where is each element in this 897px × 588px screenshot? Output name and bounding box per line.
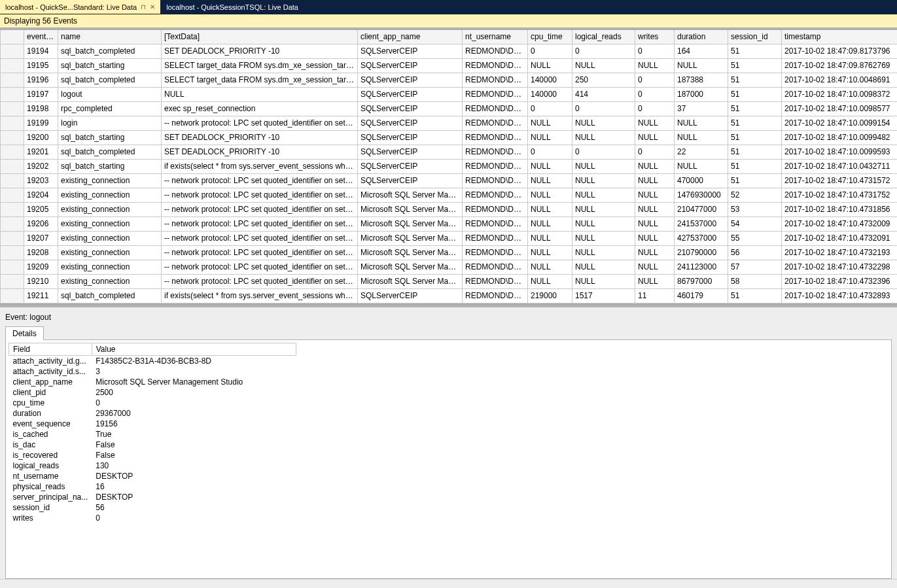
cell-sess[interactable]: 53: [728, 202, 782, 216]
cell-app[interactable]: Microsoft SQL Server Manage...: [358, 188, 463, 202]
cell-app[interactable]: Microsoft SQL Server Manage...: [358, 260, 463, 274]
detail-row[interactable]: logical_reads130: [9, 460, 296, 471]
table-row[interactable]: 19201sql_batch_completedSET DEADLOCK_PRI…: [1, 145, 898, 159]
cell-nt[interactable]: REDMOND\DES...: [463, 274, 528, 288]
cell-lread[interactable]: 0: [572, 145, 635, 159]
cell-event[interactable]: 19210: [24, 274, 58, 288]
cell-lread[interactable]: 0: [572, 44, 635, 58]
cell-text[interactable]: SET DEADLOCK_PRIORITY -10: [162, 44, 358, 58]
cell-sess[interactable]: 51: [728, 116, 782, 130]
cell-lread[interactable]: NULL: [572, 159, 635, 173]
cell-name[interactable]: sql_batch_starting: [58, 58, 162, 73]
cell-app[interactable]: SQLServerCEIP: [358, 116, 463, 130]
cell-sess[interactable]: 52: [728, 188, 782, 202]
row-header[interactable]: [1, 260, 24, 274]
cell-event[interactable]: 19201: [24, 145, 58, 159]
cell-nt[interactable]: REDMOND\DES...: [463, 231, 528, 245]
cell-writes[interactable]: NULL: [635, 188, 675, 202]
cell-text[interactable]: SELECT target_data FROM sys.dm_xe_sessio…: [162, 73, 358, 87]
detail-row[interactable]: client_app_nameMicrosoft SQL Server Mana…: [9, 377, 296, 387]
cell-event[interactable]: 19208: [24, 245, 58, 260]
cell-nt[interactable]: REDMOND\DES...: [463, 260, 528, 274]
table-row[interactable]: 19203existing_connection-- network proto…: [1, 173, 898, 188]
cell-app[interactable]: Microsoft SQL Server Manage...: [358, 202, 463, 216]
detail-row[interactable]: physical_reads16: [9, 481, 296, 492]
events-grid-container[interactable]: event_... name [TextData] client_app_nam…: [0, 29, 897, 305]
detail-row[interactable]: writes0: [9, 513, 296, 523]
cell-ts[interactable]: 2017-10-02 18:47:10.4732298: [782, 260, 898, 274]
cell-text[interactable]: -- network protocol: LPC set quoted_iden…: [162, 216, 358, 231]
cell-cpu[interactable]: NULL: [528, 188, 572, 202]
table-row[interactable]: 19208existing_connection-- network proto…: [1, 245, 898, 260]
cell-event[interactable]: 19195: [24, 58, 58, 73]
cell-text[interactable]: if exists(select * from sys.server_event…: [162, 159, 358, 173]
cell-name[interactable]: rpc_completed: [58, 101, 162, 116]
table-row[interactable]: 19205existing_connection-- network proto…: [1, 202, 898, 216]
table-row[interactable]: 19198rpc_completedexec sp_reset_connecti…: [1, 101, 898, 116]
cell-cpu[interactable]: NULL: [528, 202, 572, 216]
cell-text[interactable]: -- network protocol: LPC set quoted_iden…: [162, 202, 358, 216]
cell-event[interactable]: 19203: [24, 173, 58, 188]
cell-dur[interactable]: 427537000: [675, 231, 728, 245]
detail-row[interactable]: cpu_time0: [9, 398, 296, 408]
row-header[interactable]: [1, 216, 24, 231]
cell-writes[interactable]: NULL: [635, 216, 675, 231]
cell-ts[interactable]: 2017-10-02 18:47:10.4731572: [782, 173, 898, 188]
cell-nt[interactable]: REDMOND\DES...: [463, 288, 528, 303]
cell-app[interactable]: SQLServerCEIP: [358, 101, 463, 116]
cell-sess[interactable]: 56: [728, 245, 782, 260]
cell-nt[interactable]: REDMOND\DES...: [463, 101, 528, 116]
cell-ts[interactable]: 2017-10-02 18:47:10.0099154: [782, 116, 898, 130]
pin-icon[interactable]: ⊓: [141, 3, 146, 10]
cell-event[interactable]: 19206: [24, 216, 58, 231]
cell-dur[interactable]: 241537000: [675, 216, 728, 231]
cell-ts[interactable]: 2017-10-02 18:47:10.4731856: [782, 202, 898, 216]
detail-row[interactable]: session_id56: [9, 502, 296, 513]
cell-ts[interactable]: 2017-10-02 18:47:10.0099482: [782, 130, 898, 145]
cell-nt[interactable]: REDMOND\DES...: [463, 202, 528, 216]
cell-lread[interactable]: NULL: [572, 130, 635, 145]
cell-cpu[interactable]: NULL: [528, 260, 572, 274]
row-header[interactable]: [1, 73, 24, 87]
table-row[interactable]: 19211sql_batch_completedif exists(select…: [1, 288, 898, 303]
table-row[interactable]: 19210existing_connection-- network proto…: [1, 274, 898, 288]
table-row[interactable]: 19196sql_batch_completedSELECT target_da…: [1, 73, 898, 87]
detail-row[interactable]: is_recoveredFalse: [9, 450, 296, 460]
tab-quicksession-standard[interactable]: localhost - QuickSe...Standard: Live Dat…: [0, 0, 161, 14]
cell-text[interactable]: -- network protocol: LPC set quoted_iden…: [162, 116, 358, 130]
cell-writes[interactable]: 0: [635, 73, 675, 87]
cell-name[interactable]: existing_connection: [58, 202, 162, 216]
cell-sess[interactable]: 54: [728, 216, 782, 231]
cell-nt[interactable]: REDMOND\DES...: [463, 188, 528, 202]
cell-name[interactable]: existing_connection: [58, 216, 162, 231]
close-icon[interactable]: ✕: [150, 3, 155, 10]
col-logical-reads[interactable]: logical_reads: [572, 29, 635, 44]
row-header[interactable]: [1, 274, 24, 288]
details-col-field[interactable]: Field: [9, 343, 92, 355]
cell-writes[interactable]: NULL: [635, 116, 675, 130]
cell-writes[interactable]: 0: [635, 44, 675, 58]
cell-writes[interactable]: NULL: [635, 260, 675, 274]
cell-writes[interactable]: 0: [635, 101, 675, 116]
cell-sess[interactable]: 51: [728, 73, 782, 87]
cell-ts[interactable]: 2017-10-02 18:47:10.0098372: [782, 87, 898, 101]
row-header[interactable]: [1, 87, 24, 101]
cell-nt[interactable]: REDMOND\DES...: [463, 173, 528, 188]
cell-ts[interactable]: 2017-10-02 18:47:10.4732009: [782, 216, 898, 231]
cell-event[interactable]: 19197: [24, 87, 58, 101]
cell-event[interactable]: 19194: [24, 44, 58, 58]
cell-text[interactable]: exec sp_reset_connection: [162, 101, 358, 116]
cell-sess[interactable]: 51: [728, 44, 782, 58]
cell-text[interactable]: -- network protocol: LPC set quoted_iden…: [162, 231, 358, 245]
cell-writes[interactable]: 11: [635, 288, 675, 303]
grid-header-row[interactable]: event_... name [TextData] client_app_nam…: [1, 29, 898, 44]
cell-app[interactable]: SQLServerCEIP: [358, 58, 463, 73]
cell-app[interactable]: Microsoft SQL Server Manage...: [358, 274, 463, 288]
cell-text[interactable]: -- network protocol: LPC set quoted_iden…: [162, 260, 358, 274]
cell-nt[interactable]: REDMOND\DES...: [463, 58, 528, 73]
cell-cpu[interactable]: NULL: [528, 216, 572, 231]
cell-writes[interactable]: 0: [635, 87, 675, 101]
col-name[interactable]: name: [58, 29, 162, 44]
cell-writes[interactable]: NULL: [635, 159, 675, 173]
row-header[interactable]: [1, 130, 24, 145]
